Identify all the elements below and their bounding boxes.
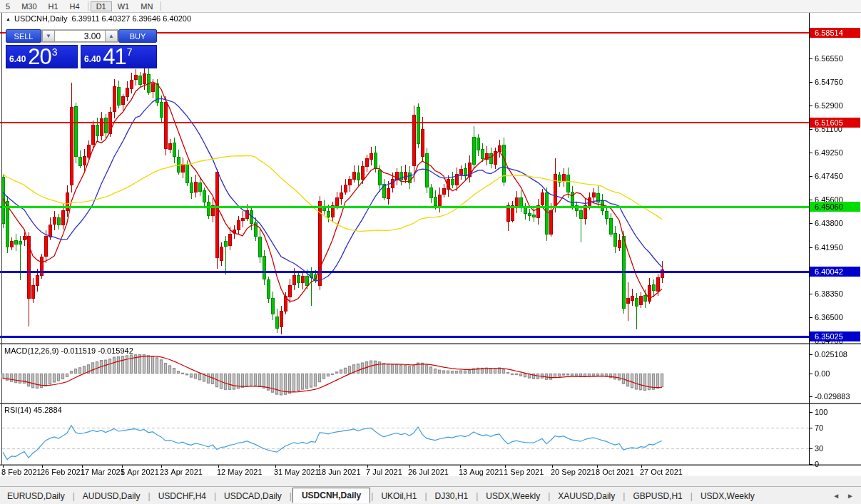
timeframe-button-h4[interactable]: H4 bbox=[64, 1, 86, 11]
timeframe-button-w1[interactable]: W1 bbox=[112, 1, 136, 11]
chart-title: ▲ USDCNH,Daily 6.39911 6.40327 6.39646 6… bbox=[6, 14, 191, 23]
sell-quote[interactable]: 6.40 20 3 bbox=[6, 45, 78, 68]
tab-eurusd-daily[interactable]: EURUSD,Daily bbox=[0, 489, 72, 503]
volume-increase-icon[interactable]: ▲ bbox=[105, 30, 118, 42]
tab-audusd-daily[interactable]: AUDUSD,Daily bbox=[76, 489, 148, 503]
toolbar-separator bbox=[88, 1, 88, 11]
tab-usdx-weekly[interactable]: USDX,Weekly bbox=[693, 489, 762, 503]
tab-ukoil-h1[interactable]: UKOil,H1 bbox=[374, 489, 424, 503]
sell-price-big: 20 bbox=[28, 48, 51, 66]
tab-scroll-left-icon[interactable]: ◄ bbox=[832, 492, 840, 500]
buy-button[interactable]: BUY bbox=[118, 29, 157, 43]
tab-xauusd-daily[interactable]: XAUUSD,Daily bbox=[551, 489, 622, 503]
collapse-panel-icon[interactable]: ▲ bbox=[6, 16, 11, 21]
buy-price-big: 41 bbox=[103, 48, 126, 66]
one-click-trading-panel: SELL ▼ 3.00 ▲ BUY 6.40 20 3 6.40 41 7 bbox=[6, 29, 157, 68]
tab-scroll-right-icon[interactable]: ► bbox=[847, 492, 854, 500]
timeframe-button-h1[interactable]: H1 bbox=[43, 1, 64, 11]
volume-stepper: ▼ 3.00 ▲ bbox=[41, 29, 118, 43]
tab-gbpusd-h1[interactable]: GBPUSD,H1 bbox=[626, 489, 689, 503]
tab-usdcnh-daily[interactable]: USDCNH,Daily bbox=[292, 488, 370, 503]
chart-tab-bar: EURUSD,Daily|AUDUSD,Daily|USDCHF,H4|USDC… bbox=[0, 486, 861, 504]
toolbar-separator bbox=[161, 1, 161, 11]
buy-quote[interactable]: 6.40 41 7 bbox=[81, 45, 157, 68]
sell-button[interactable]: SELL bbox=[6, 29, 41, 43]
timeframe-button-m30[interactable]: M30 bbox=[16, 1, 42, 11]
tab-usdchf-h4[interactable]: USDCHF,H4 bbox=[151, 489, 213, 503]
buy-price-sup: 7 bbox=[127, 46, 133, 58]
sell-price-small: 6.40 bbox=[9, 54, 26, 64]
volume-input[interactable]: 3.00 bbox=[55, 30, 105, 42]
timeframe-button-mn[interactable]: MN bbox=[135, 1, 158, 11]
tab-dj30-h1[interactable]: DJ30,H1 bbox=[428, 489, 476, 503]
timeframe-button-5[interactable]: 5 bbox=[0, 1, 16, 11]
chart-canvas[interactable] bbox=[0, 13, 861, 486]
timeframe-button-d1[interactable]: D1 bbox=[91, 1, 112, 11]
chart-title-text: USDCNH,Daily 6.39911 6.40327 6.39646 6.4… bbox=[14, 14, 191, 23]
volume-decrease-icon[interactable]: ▼ bbox=[42, 30, 55, 42]
tab-usdcad-daily[interactable]: USDCAD,Daily bbox=[217, 489, 289, 503]
rsi-indicator-label: RSI(14) 45.2884 bbox=[4, 406, 62, 414]
timeframe-toolbar: 5M30H1H4D1W1MN bbox=[0, 0, 861, 13]
macd-indicator-label: MACD(12,26,9) -0.011519 -0.015942 bbox=[4, 346, 133, 355]
tab-usdx-weekly[interactable]: USDX,Weekly bbox=[479, 489, 547, 503]
buy-price-small: 6.40 bbox=[84, 54, 101, 64]
sell-price-sup: 3 bbox=[52, 46, 58, 58]
